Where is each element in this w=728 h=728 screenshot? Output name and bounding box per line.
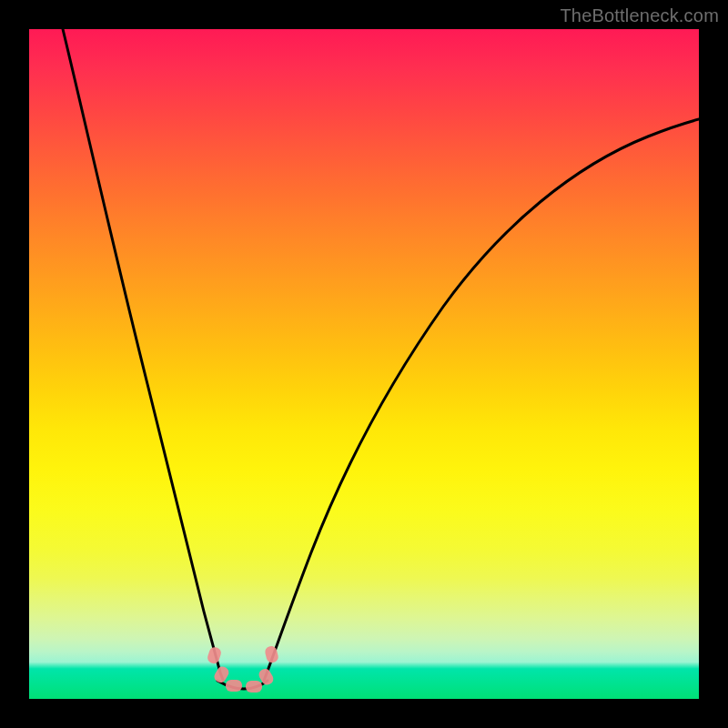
svg-rect-3 — [246, 681, 262, 693]
curve-left-branch — [63, 29, 223, 680]
curve-layer — [29, 29, 699, 699]
plot-area — [29, 29, 699, 699]
curve-right-branch — [264, 119, 699, 681]
chart-frame: TheBottleneck.com — [0, 0, 728, 728]
svg-rect-0 — [207, 646, 223, 665]
svg-rect-2 — [226, 680, 242, 692]
watermark-text: TheBottleneck.com — [560, 5, 719, 26]
